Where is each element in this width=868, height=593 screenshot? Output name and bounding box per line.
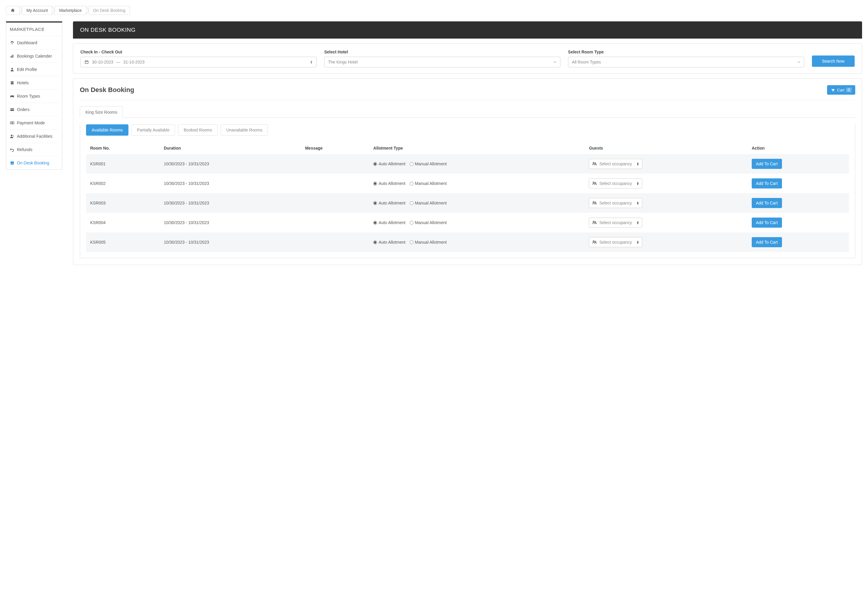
add-to-cart-button[interactable]: Add To Cart bbox=[752, 237, 782, 247]
radio-label: Auto Allotment bbox=[378, 240, 405, 244]
radio-manual-allotment[interactable]: Manual Allotment bbox=[410, 220, 447, 225]
sidebar-item-on-desk-booking[interactable]: On Desk Booking bbox=[10, 157, 58, 170]
svg-point-25 bbox=[595, 182, 596, 183]
cell-guests: Select occupancy▲▼ bbox=[585, 154, 748, 174]
radio-manual-allotment[interactable]: Manual Allotment bbox=[410, 201, 447, 206]
radio-label: Auto Allotment bbox=[378, 201, 405, 206]
sidebar-item-room-types[interactable]: Room Types bbox=[10, 90, 58, 103]
calendar-icon bbox=[84, 60, 89, 64]
table-row: KSR00210/30/2023 - 10/31/2023Auto Allotm… bbox=[86, 174, 849, 193]
room-type-label: Select Room Type bbox=[568, 50, 804, 54]
hotel-label: Select Hotel bbox=[324, 50, 560, 54]
radio-auto-allotment[interactable]: Auto Allotment bbox=[373, 201, 405, 206]
breadcrumb-marketplace[interactable]: Marketplace bbox=[55, 6, 86, 15]
guests-icon bbox=[592, 201, 597, 206]
sidebar-item-payment-mode[interactable]: Payment Mode bbox=[10, 116, 58, 130]
cart-button[interactable]: Cart 0 bbox=[827, 85, 855, 95]
occupancy-select[interactable]: Select occupancy▲▼ bbox=[589, 237, 642, 247]
pill-partially-available[interactable]: Partially Available bbox=[131, 124, 175, 136]
sidebar-item-label: Refunds bbox=[17, 147, 32, 152]
svg-rect-0 bbox=[11, 56, 11, 58]
hotel-value: The Kings Hotel bbox=[328, 60, 358, 64]
sidebar-item-label: Orders bbox=[17, 107, 30, 112]
home-icon bbox=[10, 8, 15, 13]
svg-point-28 bbox=[593, 221, 594, 222]
tab-king-size-rooms[interactable]: King Size Rooms bbox=[80, 106, 123, 118]
sidebar-item-label: Room Types bbox=[17, 94, 40, 99]
radio-input[interactable] bbox=[373, 240, 377, 244]
radio-label: Manual Allotment bbox=[415, 220, 447, 225]
pill-unavailable-rooms[interactable]: Unavailable Rooms bbox=[221, 124, 268, 136]
undo-icon bbox=[10, 147, 15, 152]
occupancy-select[interactable]: Select occupancy▲▼ bbox=[589, 217, 642, 228]
cell-action: Add To Cart bbox=[748, 154, 849, 174]
occupancy-select[interactable]: Select occupancy▲▼ bbox=[589, 178, 642, 188]
chevron-down-icon bbox=[554, 60, 557, 64]
cell-message bbox=[301, 174, 369, 193]
add-to-cart-button[interactable]: Add To Cart bbox=[752, 217, 782, 228]
hotel-select[interactable]: The Kings Hotel bbox=[324, 57, 560, 67]
radio-auto-allotment[interactable]: Auto Allotment bbox=[373, 161, 405, 166]
sidebar-item-additional-facilities[interactable]: Additional Facilities bbox=[10, 130, 58, 143]
radio-input[interactable] bbox=[410, 221, 413, 225]
breadcrumb-my-account[interactable]: My Account bbox=[22, 6, 52, 15]
add-to-cart-button[interactable]: Add To Cart bbox=[752, 159, 782, 169]
radio-input[interactable] bbox=[410, 162, 413, 166]
radio-auto-allotment[interactable]: Auto Allotment bbox=[373, 220, 405, 225]
date-range-input[interactable]: 30-10-2023 — 31-10-2023 ▲▼ bbox=[80, 57, 316, 67]
sidebar-item-edit-profile[interactable]: Edit Profile bbox=[10, 63, 58, 76]
breadcrumb-on-desk-booking[interactable]: On Desk Booking bbox=[89, 6, 130, 15]
guests-icon bbox=[592, 161, 597, 166]
cell-action: Add To Cart bbox=[748, 232, 849, 252]
cell-message bbox=[301, 232, 369, 252]
search-button[interactable]: Search Now bbox=[812, 56, 855, 67]
sidebar-item-refunds[interactable]: Refunds bbox=[10, 143, 58, 157]
cell-duration: 10/30/2023 - 10/31/2023 bbox=[159, 213, 301, 232]
sidebar-item-bookings-calender[interactable]: Bookings Calender bbox=[10, 50, 58, 63]
section-title: On Desk Booking bbox=[80, 86, 134, 94]
sidebar-item-label: Bookings Calender bbox=[17, 54, 52, 58]
svg-rect-8 bbox=[12, 83, 13, 83]
occupancy-select[interactable]: Select occupancy▲▼ bbox=[589, 159, 642, 169]
radio-input[interactable] bbox=[373, 201, 377, 205]
occupancy-placeholder: Select occupancy bbox=[599, 161, 632, 166]
svg-rect-17 bbox=[12, 163, 12, 164]
updown-icon: ▲▼ bbox=[636, 201, 639, 205]
radio-manual-allotment[interactable]: Manual Allotment bbox=[410, 181, 447, 186]
cash-icon bbox=[10, 120, 15, 125]
svg-point-22 bbox=[593, 162, 594, 164]
occupancy-placeholder: Select occupancy bbox=[599, 220, 632, 225]
cell-message bbox=[301, 213, 369, 232]
pill-booked-rooms[interactable]: Booked Rooms bbox=[178, 124, 218, 136]
radio-input[interactable] bbox=[373, 162, 377, 166]
occupancy-select[interactable]: Select occupancy▲▼ bbox=[589, 198, 642, 208]
radio-input[interactable] bbox=[410, 182, 413, 185]
radio-auto-allotment[interactable]: Auto Allotment bbox=[373, 240, 405, 244]
add-to-cart-button[interactable]: Add To Cart bbox=[752, 178, 782, 188]
svg-rect-7 bbox=[11, 83, 12, 83]
room-type-select[interactable]: All Room Types bbox=[568, 57, 804, 67]
breadcrumb-home[interactable] bbox=[6, 6, 19, 15]
occupancy-placeholder: Select occupancy bbox=[599, 240, 632, 244]
updown-icon: ▲▼ bbox=[310, 60, 313, 64]
building-icon bbox=[10, 80, 15, 85]
add-to-cart-button[interactable]: Add To Cart bbox=[752, 198, 782, 208]
updown-icon: ▲▼ bbox=[636, 240, 639, 244]
svg-point-21 bbox=[834, 91, 834, 92]
radio-manual-allotment[interactable]: Manual Allotment bbox=[410, 240, 447, 244]
chevron-down-icon bbox=[797, 60, 800, 64]
svg-point-23 bbox=[595, 163, 596, 164]
svg-rect-5 bbox=[11, 82, 12, 83]
radio-input[interactable] bbox=[410, 201, 413, 205]
radio-auto-allotment[interactable]: Auto Allotment bbox=[373, 181, 405, 186]
sidebar-item-orders[interactable]: Orders bbox=[10, 103, 58, 116]
radio-label: Manual Allotment bbox=[415, 240, 447, 244]
sidebar-item-hotels[interactable]: Hotels bbox=[10, 76, 58, 90]
radio-manual-allotment[interactable]: Manual Allotment bbox=[410, 161, 447, 166]
radio-input[interactable] bbox=[373, 182, 377, 185]
radio-input[interactable] bbox=[410, 240, 413, 244]
pill-available-rooms[interactable]: Available Rooms bbox=[86, 124, 128, 136]
radio-input[interactable] bbox=[373, 221, 377, 225]
col-room-no: Room No. bbox=[86, 142, 159, 154]
sidebar-item-dashboard[interactable]: Dashboard bbox=[10, 36, 58, 50]
